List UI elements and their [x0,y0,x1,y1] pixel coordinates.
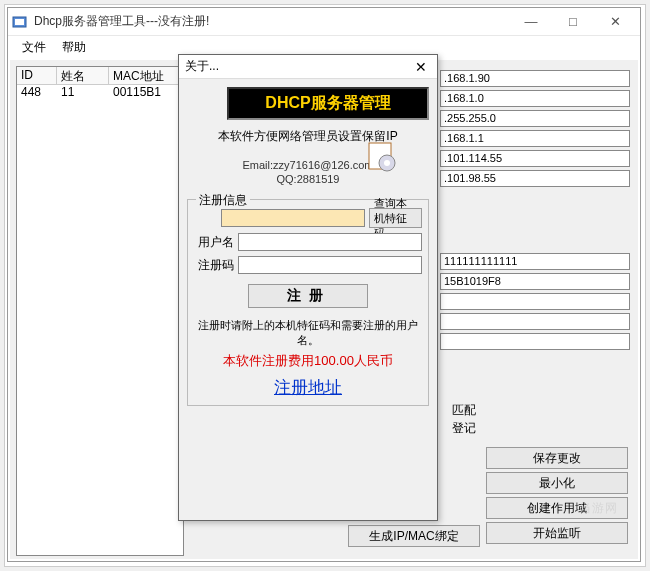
field-mac2[interactable]: 15B1019F8 [440,273,630,290]
maximize-button[interactable]: □ [552,10,594,34]
register-group: 注册信息 查询本机特征码 用户名 注册码 注册 注册时请附上的本机特征码和需要注… [187,199,429,406]
button-stack: 保存更改 最小化 创建作用域 开始监听 [486,447,628,547]
fee-text: 本软件注册费用100.00人民币 [194,352,422,370]
watermark: 当游网 [579,500,618,517]
minimize-action-button[interactable]: 最小化 [486,472,628,494]
minimize-button[interactable]: — [510,10,552,34]
field-empty2[interactable] [440,313,630,330]
save-button[interactable]: 保存更改 [486,447,628,469]
feature-code-input[interactable] [221,209,365,227]
table-header: ID 姓名 MAC地址 [17,67,183,85]
username-label: 用户名 [194,234,234,251]
cell-id: 448 [17,85,57,101]
col-id[interactable]: ID [17,67,57,85]
field-ip3[interactable]: .255.255.0 [440,110,630,127]
gen-ip-mac-button[interactable]: 生成IP/MAC绑定 [348,525,480,547]
group-legend: 注册信息 [196,192,250,209]
field-ip2[interactable]: .168.1.0 [440,90,630,107]
svg-rect-1 [15,19,24,25]
config-fields: .168.1.90 .168.1.0 .255.255.0 .168.1.1 .… [440,70,630,353]
note-text: 注册时请附上的本机特征码和需要注册的用户名。 [194,318,422,348]
username-input[interactable] [238,233,422,251]
query-feature-button[interactable]: 查询本机特征码 [369,208,422,228]
dialog-title: 关于... [185,58,411,75]
titlebar: Dhcp服务器管理工具---没有注册! — □ ✕ [8,8,640,36]
col-name[interactable]: 姓名 [57,67,109,85]
app-icon [12,14,28,30]
banner: DHCP服务器管理 [227,87,429,120]
field-mac1[interactable]: 111111111111 [440,253,630,270]
field-ip1[interactable]: .168.1.90 [440,70,630,87]
dialog-close-button[interactable]: ✕ [411,57,431,77]
cell-name: 11 [57,85,109,101]
data-table[interactable]: ID 姓名 MAC地址 448 11 00115B1 [16,66,184,556]
field-ip6[interactable]: .101.98.55 [440,170,630,187]
svg-point-4 [384,160,390,166]
label-register: 登记 [452,420,476,437]
setup-icon [365,141,399,175]
regcode-input[interactable] [238,256,422,274]
label-match: 匹配 [452,402,476,419]
regcode-label: 注册码 [194,257,234,274]
start-listen-button[interactable]: 开始监听 [486,522,628,544]
menu-file[interactable]: 文件 [14,37,54,58]
field-ip5[interactable]: .101.114.55 [440,150,630,167]
register-button[interactable]: 注册 [248,284,368,308]
dialog-body: DHCP服务器管理 本软件方便网络管理员设置保留IP Email:zzy7161… [179,79,437,520]
field-empty3[interactable] [440,333,630,350]
col-mac[interactable]: MAC地址 [109,67,181,85]
window-title: Dhcp服务器管理工具---没有注册! [34,13,510,30]
field-empty1[interactable] [440,293,630,310]
close-button[interactable]: ✕ [594,10,636,34]
table-row[interactable]: 448 11 00115B1 [17,85,183,101]
menu-help[interactable]: 帮助 [54,37,94,58]
cell-mac: 00115B1 [109,85,181,101]
dialog-titlebar[interactable]: 关于... ✕ [179,55,437,79]
about-dialog: 关于... ✕ DHCP服务器管理 本软件方便网络管理员设置保留IP Email… [178,54,438,521]
register-link[interactable]: 注册地址 [194,376,422,399]
field-ip4[interactable]: .168.1.1 [440,130,630,147]
